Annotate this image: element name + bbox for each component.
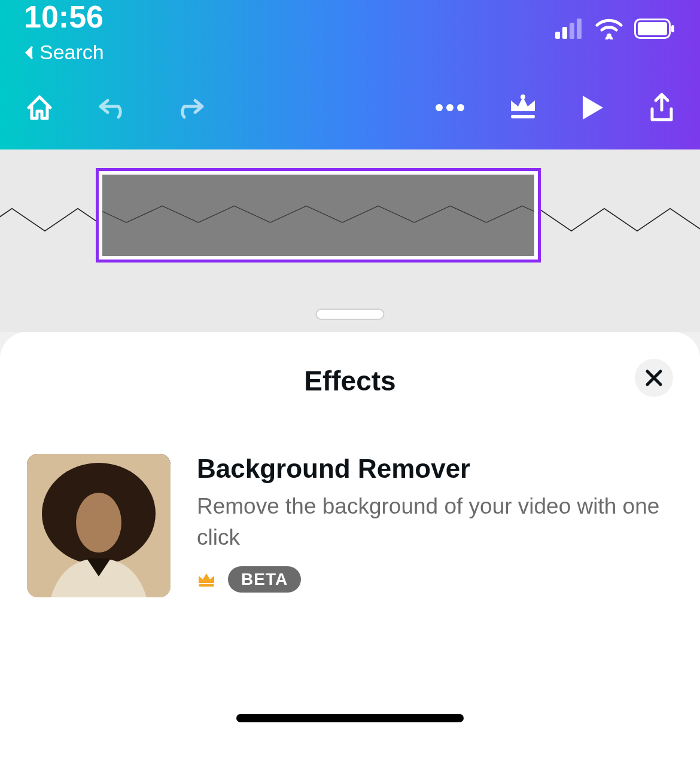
svg-rect-0 bbox=[555, 32, 560, 39]
back-label: Search bbox=[39, 41, 104, 64]
undo-button[interactable] bbox=[97, 96, 130, 120]
effect-title: Background Remover bbox=[197, 454, 673, 484]
status-time: 10:56 bbox=[24, 0, 104, 35]
export-icon bbox=[647, 92, 676, 123]
home-button[interactable] bbox=[24, 92, 55, 123]
svg-rect-11 bbox=[511, 115, 535, 118]
effects-panel: Effects Background Remover Remove the ba… bbox=[0, 332, 700, 679]
svg-rect-7 bbox=[671, 25, 674, 32]
undo-icon bbox=[97, 96, 130, 120]
svg-rect-16 bbox=[199, 584, 214, 587]
effect-background-remover[interactable]: Background Remover Remove the background… bbox=[27, 454, 673, 597]
crown-icon bbox=[507, 93, 538, 122]
more-icon bbox=[434, 103, 465, 112]
status-indicators bbox=[555, 18, 676, 39]
more-options-button[interactable] bbox=[434, 103, 465, 112]
svg-rect-2 bbox=[570, 23, 574, 39]
play-preview-button[interactable] bbox=[580, 93, 605, 122]
redo-button[interactable] bbox=[172, 96, 206, 120]
svg-rect-6 bbox=[638, 22, 667, 35]
battery-icon bbox=[634, 19, 676, 39]
wifi-icon bbox=[595, 18, 623, 39]
panel-title: Effects bbox=[27, 365, 673, 397]
crown-premium-icon bbox=[197, 570, 216, 589]
bottom-home-area bbox=[0, 679, 700, 757]
caret-left-icon bbox=[24, 44, 35, 61]
svg-rect-1 bbox=[562, 27, 567, 39]
svg-point-10 bbox=[457, 104, 464, 111]
panel-drag-handle[interactable] bbox=[316, 309, 385, 320]
status-bar: 10:56 Search bbox=[0, 0, 700, 81]
selected-element-frame[interactable] bbox=[96, 168, 541, 262]
beta-badge: BETA bbox=[228, 566, 301, 593]
svg-point-8 bbox=[436, 104, 443, 111]
back-to-search-link[interactable]: Search bbox=[24, 41, 104, 64]
canvas-preview-area[interactable] bbox=[0, 149, 700, 332]
premium-crown-button[interactable] bbox=[507, 93, 538, 122]
close-icon bbox=[645, 369, 663, 387]
svg-point-12 bbox=[521, 94, 525, 99]
close-panel-button[interactable] bbox=[635, 359, 673, 397]
play-icon bbox=[580, 93, 605, 122]
svg-point-4 bbox=[607, 33, 611, 38]
home-indicator[interactable] bbox=[236, 714, 464, 722]
editor-toolbar bbox=[0, 81, 700, 149]
svg-point-9 bbox=[446, 104, 454, 111]
effect-description: Remove the background of your video with… bbox=[197, 491, 673, 553]
effect-thumbnail bbox=[27, 454, 171, 597]
cellular-signal-icon bbox=[555, 19, 584, 39]
home-icon bbox=[24, 92, 55, 123]
export-share-button[interactable] bbox=[647, 92, 676, 123]
zigzag-shape-icon bbox=[102, 204, 534, 246]
svg-rect-3 bbox=[577, 19, 582, 39]
svg-point-15 bbox=[76, 493, 121, 553]
redo-icon bbox=[172, 96, 206, 120]
